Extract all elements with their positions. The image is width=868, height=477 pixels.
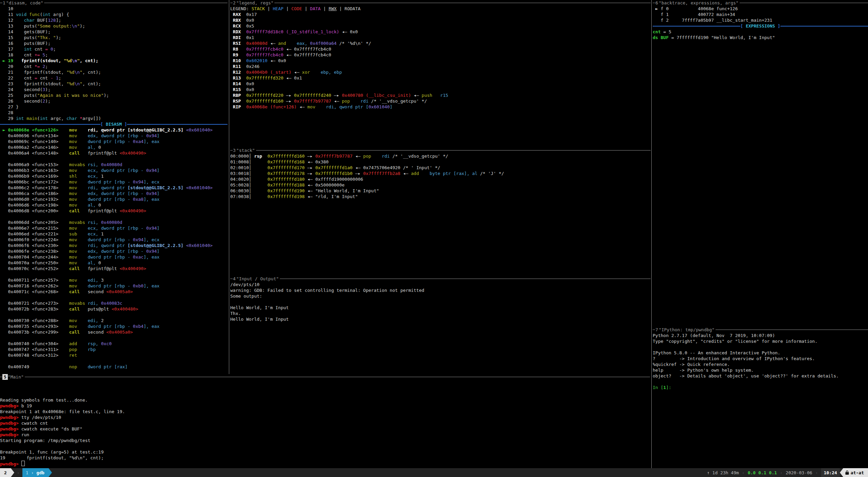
session-number: 2 bbox=[4, 470, 7, 476]
pane-title-main: 5"Main" bbox=[0, 374, 650, 380]
terminal-line: 16 puts(BUF); bbox=[0, 40, 228, 46]
pane-border-vertical-right[interactable] bbox=[651, 0, 652, 468]
terminal-line: R12 0x4004b0 (_start) ◂— xor ebp, ebp bbox=[230, 69, 651, 75]
terminal-line bbox=[0, 295, 228, 300]
terminal-line: 26 second(2); bbox=[0, 98, 228, 104]
terminal-line bbox=[0, 358, 228, 364]
terminal-line: RAX 0x17 bbox=[230, 12, 651, 17]
terminal-line: R8 0x7ffff7fcb4c0 ◂— 0x7ffff7fcb4c0 bbox=[230, 46, 651, 52]
terminal-line: %quickref -> Quick reference. bbox=[653, 361, 868, 367]
border-line bbox=[256, 150, 651, 151]
terminal-line: R13 0x7fffffffd320 ◂— 0x1 bbox=[230, 75, 651, 81]
separator-label: EXPRESSIONS bbox=[746, 23, 775, 29]
terminal-line: warning: GDB: Failed to set controlling … bbox=[230, 287, 651, 293]
terminal-line: RDX 0x7ffff7dd18c0 (_IO_stdfile_1_lock) … bbox=[230, 29, 651, 35]
terminal-line: 14 gets(BUF); bbox=[0, 29, 228, 35]
chevron-left-icon: ‹ bbox=[742, 470, 745, 476]
status-bar: 2 › 1›gdb ↑ 1d 23h 49m ‹ 0.0 0.1 0.1 ‹ 2… bbox=[0, 468, 868, 477]
terminal-line: Breakpoint 1 at 0x40068e: file test.c, l… bbox=[0, 409, 650, 414]
border-dash bbox=[230, 150, 233, 151]
terminal-line: help -> Python's own help system. bbox=[653, 367, 868, 373]
pane-number-active: 5 bbox=[2, 374, 8, 380]
separator-line bbox=[127, 124, 228, 125]
terminal-line: 0x400735 <func+293> mov dword ptr [rbp -… bbox=[0, 323, 228, 329]
terminal-line: R10 0x602010 ◂— 0x0 bbox=[230, 58, 651, 64]
terminal-line: 0x40069c <func+140> mov dword ptr [rbp -… bbox=[0, 139, 228, 144]
gdb-console[interactable]: Reading symbols from test...done.pwndbg>… bbox=[0, 380, 650, 467]
terminal-line: 29 int main(int argc, char *argv[]) bbox=[0, 116, 228, 121]
terminal-line: 00:0000│ rsp 0x7fffffffd160 —▸ 0x7ffff7b… bbox=[230, 153, 651, 159]
border-dash bbox=[0, 377, 2, 377]
pane-stack[interactable]: 3"stack" 00:0000│ rsp 0x7fffffffd160 —▸ … bbox=[230, 147, 651, 276]
terminal-line: 04:0020│ 0x7fffffffd180 ◂— 0xffffd190000… bbox=[230, 176, 651, 182]
chevron-icon: › bbox=[17, 470, 20, 476]
terminal-line: 0x4006a4 <func+148> call fprintf@plt <0x… bbox=[0, 150, 228, 156]
terminal-line: RBX 0x0 bbox=[230, 17, 651, 23]
pane-title-io: 4"Input / Output" bbox=[230, 276, 651, 282]
terminal-line: 25 puts("Again as it was so nice"); bbox=[0, 92, 228, 98]
pane-main-gdb[interactable]: 5"Main" Reading symbols from test...done… bbox=[0, 374, 650, 468]
terminal-line: RCX 0x5 bbox=[230, 23, 651, 29]
border-line bbox=[280, 279, 651, 279]
pane-border-vertical-left[interactable] bbox=[229, 0, 229, 374]
chevron-left-icon: ‹ bbox=[780, 470, 783, 476]
pane-number: 2 bbox=[233, 0, 236, 6]
session-badge[interactable]: 2 bbox=[0, 468, 11, 477]
terminal-line bbox=[0, 443, 650, 449]
pane-ipython[interactable]: 7"IPython: tmp/pwndbg" Python 2.7.17 (de… bbox=[653, 327, 868, 468]
border-line bbox=[274, 3, 651, 3]
separator-line bbox=[653, 26, 740, 26]
terminal-line: ► 19 fprintf(stdout, "%d\n", cnt); bbox=[0, 58, 228, 64]
terminal-line: 0x40070a <func+250> mov al, 0 bbox=[0, 260, 228, 266]
ipython-console[interactable]: Python 2.7.17 (default, Nov 7 2019, 10:0… bbox=[653, 333, 868, 390]
terminal-line: 0x40070c <func+252> call fprintf@plt <0x… bbox=[0, 266, 228, 271]
terminal-line: 0x4006b9 <func+169> shl ecx, 1 bbox=[0, 173, 228, 179]
terminal-line: 28 bbox=[0, 110, 228, 116]
border-dash bbox=[0, 3, 2, 3]
pane-backtrace[interactable]: 6"backtrace, expressions, args" ► f 0 40… bbox=[653, 0, 868, 327]
terminal-line: 0x40071c <func+268> call second <0x4005a… bbox=[0, 289, 228, 295]
terminal-line: 0x4006f0 <func+224> mov dword ptr [rbp -… bbox=[0, 237, 228, 243]
window-tab-gdb[interactable]: 1›gdb bbox=[22, 468, 49, 477]
pane-title-disasm: 1"disasm, code" bbox=[0, 0, 228, 6]
terminal-line: 0x4006fe <func+238> mov edx, dword ptr [… bbox=[0, 248, 228, 254]
source-listing: 10 11 void func(int arg) { 12 char BUF[1… bbox=[0, 6, 228, 121]
terminal-line: 20 cnt *= 2; bbox=[0, 64, 228, 69]
pane-number: 6 bbox=[655, 0, 659, 6]
terminal-line: pwndbg> b 19 bbox=[0, 403, 650, 409]
terminal-line: 0x400748 <func+312> ret bbox=[0, 352, 228, 358]
window-index: 1 bbox=[26, 470, 29, 476]
pane-title-text: "legend, regs" bbox=[236, 0, 275, 6]
hostname-badge: at-at bbox=[843, 468, 868, 477]
terminal-line: R11 0x246 bbox=[230, 64, 651, 69]
terminal-line: ► 0x40068e <func+126> mov rdi, qword ptr… bbox=[0, 127, 228, 133]
pane-legend-regs[interactable]: 2"legend, regs" LEGEND: STACK | HEAP | C… bbox=[230, 0, 651, 147]
terminal-line: 0x400740 <func+304> add rsp, 0xc0 bbox=[0, 341, 228, 347]
terminal-line: pwndbg> cwatch execute "ds BUF" bbox=[0, 426, 650, 432]
terminal-line: 24 second(3); bbox=[0, 87, 228, 92]
terminal-line: 11 void func(int arg) { bbox=[0, 12, 228, 17]
terminal-line: RSI 0x40080d ◂— and eax, 0x4f000a64 /* '… bbox=[230, 40, 651, 46]
terminal-line bbox=[653, 379, 868, 385]
tmux-screen: 1"disasm, code" 10 11 void func(int arg)… bbox=[0, 0, 868, 477]
pane-disasm-code[interactable]: 1"disasm, code" 10 11 void func(int arg)… bbox=[0, 0, 228, 374]
terminal-line: 15 puts("Thx. "); bbox=[0, 35, 228, 40]
disasm-section-separator: [ DISASM ] bbox=[0, 121, 228, 127]
terminal-line: 0x400721 <func+273> movabs rdi, 0x40083c bbox=[0, 300, 228, 306]
registers-listing: LEGEND: STACK | HEAP | CODE | DATA | RWX… bbox=[230, 6, 651, 110]
terminal-line: 0x400716 <func+262> mov dword ptr [rbp -… bbox=[0, 283, 228, 289]
terminal-line: 06:0030│ 0x7fffffffd190 ◂— "Hello World,… bbox=[230, 188, 651, 194]
program-io-output: /dev/pts/10warning: GDB: Failed to set c… bbox=[230, 282, 651, 322]
pane-title-text: "backtrace, expressions, args" bbox=[659, 0, 740, 6]
pane-number: 3 bbox=[233, 147, 236, 153]
terminal-line: pwndbg> cwatch cnt bbox=[0, 420, 650, 426]
terminal-line: 02:0010│ 0x7fffffffd170 —▸ 0x7fffffffd1a… bbox=[230, 165, 651, 171]
terminal-line: Python 2.7.17 (default, Nov 7 2019, 10:0… bbox=[653, 333, 868, 338]
pane-input-output[interactable]: 4"Input / Output" /dev/pts/10warning: GD… bbox=[230, 276, 651, 374]
terminal-line: 0x4006d8 <func+200> call fprintf@plt <0x… bbox=[0, 208, 228, 214]
terminal-line: 0x4006ed <func+221> sub ecx, 1 bbox=[0, 231, 228, 237]
pane-title-regs: 2"legend, regs" bbox=[230, 0, 651, 6]
terminal-line: R9 0x7ffff7fcb4c0 ◂— 0x7ffff7fcb4c0 bbox=[230, 52, 651, 58]
terminal-line: 18 cnt += 5; bbox=[0, 52, 228, 58]
status-left: 2 › 1›gdb bbox=[0, 468, 52, 477]
